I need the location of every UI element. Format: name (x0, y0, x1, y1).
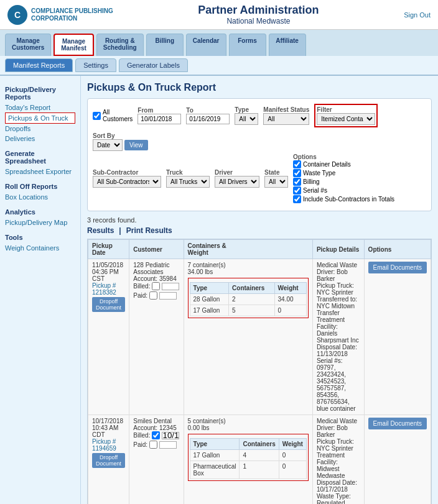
pickup-link[interactable]: Pickup # 1218382 (92, 282, 116, 296)
sort-by-select[interactable]: Date (93, 139, 123, 151)
to-label: To (186, 107, 230, 114)
sub-tab-generator-labels[interactable]: Generator Labels (119, 58, 188, 72)
sidebar-section-pickup-delivery: Pickup/DeliveryReports (5, 86, 75, 101)
pickup-details-cell: Medical Waste Driver: Bob Barker Pickup … (312, 259, 364, 415)
to-input[interactable] (186, 114, 230, 124)
dropoff-document-button[interactable]: Dropoff Document (92, 453, 125, 468)
dropoff-document-button[interactable]: Dropoff Document (92, 297, 125, 312)
billed-checkbox[interactable] (152, 282, 160, 290)
sidebar-item-pickups-on-truck[interactable]: Pickups & On Truck (5, 112, 75, 124)
nav-tab-forms[interactable]: Forms (229, 34, 266, 56)
sort-by-label: Sort By (93, 132, 148, 139)
nav-tab-affiliate[interactable]: Affiliate (269, 34, 306, 56)
paid-checkbox[interactable] (149, 291, 157, 300)
paid-input[interactable] (159, 292, 177, 300)
inner-col-containers: Containers (240, 439, 279, 450)
inner-table-row: 28 Gallon 2 34.00 (190, 294, 306, 305)
sidebar-item-pickup-delivery-map[interactable]: Pickup/Delivery Map (5, 218, 75, 227)
option-serial-numbers[interactable]: Serial #s (293, 186, 394, 195)
option-waste-type[interactable]: Waste Type (293, 169, 394, 177)
inner-type: 17 Gallon (190, 450, 240, 461)
content-area: Pickups & On Truck Report AllCustomers F… (81, 76, 438, 504)
containers-text: 7 container(s) (188, 262, 309, 268)
paid-input[interactable] (159, 441, 177, 449)
nav-tab-manage-customers[interactable]: ManageCustomers (5, 34, 51, 56)
option-billing[interactable]: Billing (293, 178, 394, 186)
paid-checkbox[interactable] (149, 441, 157, 449)
weight-text: 0.00 lbs (188, 424, 309, 431)
sidebar-item-dropoffs[interactable]: Dropoffs (5, 124, 75, 134)
nav-tab-calendar[interactable]: Calendar (186, 34, 226, 56)
filter-select[interactable]: Itemized Conta (317, 113, 375, 125)
inner-table-row: 17 Gallon 4 0 (190, 450, 306, 461)
logo-icon: C (7, 5, 27, 25)
sidebar-section-analytics: Analytics (5, 208, 75, 216)
sidebar-item-todays-report[interactable]: Today's Report (5, 103, 75, 112)
type-label: Type (235, 106, 258, 113)
filter-filter-group: Filter Itemized Conta (314, 104, 378, 127)
manifest-status-select[interactable]: All (263, 113, 309, 125)
sidebar-item-box-locations[interactable]: Box Locations (5, 192, 75, 202)
filter-manifest-status-group: Manifest Status All (263, 106, 309, 125)
sub-tabs: Manifest Reports Settings Generator Labe… (0, 56, 438, 76)
filter-options-group: Options Container Details Waste Type Bil… (293, 153, 394, 203)
truck-select[interactable]: All Trucks (166, 176, 210, 188)
inner-type: PharmaceuticalBox (190, 461, 240, 479)
inner-col-type: Type (190, 283, 229, 294)
table-header-row: Pickup Date Customer Containers &Weight … (88, 240, 431, 259)
all-customers-checkbox[interactable] (93, 112, 101, 120)
sidebar-item-spreadsheet-exporter[interactable]: Spreadsheet Exporter (5, 167, 75, 176)
filter-row-2: Sub-Contractor All Sub-Contractors Truck… (93, 153, 426, 203)
inner-col-containers: Containers (229, 283, 274, 294)
nav-tab-manage-manifest[interactable]: ManageManifest (54, 34, 94, 56)
page-title: Pickups & On Truck Report (87, 82, 432, 93)
sidebar-item-deliveries[interactable]: Deliveries (5, 134, 75, 144)
sidebar: Pickup/DeliveryReports Today's Report Pi… (0, 76, 81, 504)
email-documents-button[interactable]: Email Documents (368, 262, 427, 273)
sub-tab-settings[interactable]: Settings (75, 58, 116, 72)
filter-area: AllCustomers From To Type All Ma (87, 98, 432, 211)
from-input[interactable] (137, 114, 181, 124)
billed-paid: Billed: Paid: (133, 282, 179, 300)
nav-tab-routing-scheduling[interactable]: Routing &Scheduling (96, 34, 144, 56)
paid-label: Paid: (133, 441, 179, 449)
logo-text: COMPLIANCE PUBLISHING CORPORATION (31, 7, 113, 22)
pickup-date-text: 10/17/2018 10:43 AM CDT (92, 418, 125, 438)
sidebar-item-weigh-containers[interactable]: Weigh Containers (5, 243, 75, 253)
subcontractor-select[interactable]: All Sub-Contractors (93, 176, 161, 188)
driver-select[interactable]: All Drivers (215, 176, 259, 188)
inner-containers: 1 (240, 461, 279, 479)
inner-table: Type Containers Weight 17 Gallon (190, 438, 307, 479)
state-select[interactable]: All (264, 176, 288, 188)
type-select[interactable]: All (235, 113, 258, 125)
inner-weight: 0 (279, 461, 306, 479)
customer-account: Account: 35984 (133, 275, 179, 282)
customer-cell: 128 Pediatric Associates Account: 35984 … (129, 259, 184, 415)
paid-label: Paid: (133, 291, 179, 300)
filter-label: Filter (317, 106, 375, 113)
nav-tab-billing[interactable]: Billing (146, 34, 184, 56)
pickup-link[interactable]: Pickup # 1194659 (92, 438, 116, 452)
print-results-link[interactable]: Print Results (126, 226, 172, 235)
billed-label: Billed: (133, 282, 179, 290)
billed-label: Billed: (133, 431, 179, 439)
col-options: Options (364, 240, 431, 259)
inner-type: 28 Gallon (190, 294, 229, 305)
view-button[interactable]: View (124, 140, 148, 150)
inner-table-header: Type Containers Weight (190, 439, 306, 450)
results-label: Results (87, 226, 114, 235)
filter-type-group: Type All (235, 106, 258, 125)
containers-weight-cell: 7 container(s) 34.00 lbs Type Containers… (184, 259, 312, 415)
option-container-details[interactable]: Container Details (293, 160, 394, 168)
containers-text: 5 container(s) (188, 418, 309, 424)
option-include-subcontractors[interactable]: Include Sub-Contractors in Totals (293, 195, 394, 203)
pickup-details-cell: Medical Waste Driver: Bob Barker Pickup … (312, 415, 364, 505)
sign-out-button[interactable]: Sign Out (404, 11, 431, 19)
sub-tab-manifest-reports[interactable]: Manifest Reports (5, 58, 73, 72)
billed-input[interactable] (162, 432, 179, 439)
customer-name: Smiles Dental (133, 418, 179, 424)
billed-input[interactable] (162, 283, 179, 290)
results-table-wrapper: Pickup Date Customer Containers &Weight … (87, 239, 432, 504)
billed-checkbox[interactable] (152, 431, 160, 439)
email-documents-button[interactable]: Email Documents (368, 418, 427, 429)
